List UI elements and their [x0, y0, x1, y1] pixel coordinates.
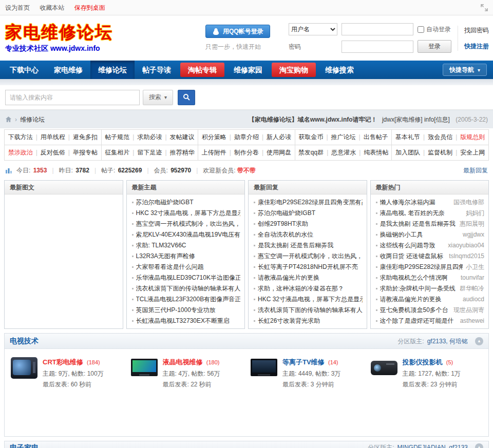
rule-link[interactable]: 避免多扣 — [65, 133, 98, 141]
topic-link[interactable]: 苏泊尔电磁炉烧IGBT — [136, 197, 241, 208]
forum-last-post[interactable]: 最后发表: 22 秒前 — [163, 380, 220, 389]
reply-link[interactable]: 全自动洗衣机的水位 — [258, 229, 363, 240]
nav-item[interactable]: 下载中心 — [2, 61, 46, 79]
rule-link[interactable]: 监督机制 — [420, 149, 452, 156]
hot-topic-link[interactable]: 收两日货 还送键盘鼠标 — [380, 251, 446, 262]
topic-link[interactable]: 乐华液晶电视LED39C710K半边图像正常 — [136, 272, 241, 283]
rule-link[interactable]: 新人必读 — [259, 133, 291, 141]
forum-name-link[interactable]: 等离子TV维修 — [282, 358, 325, 366]
hot-topic-link[interactable]: 亚七免费机顶盒50多个台 — [380, 305, 451, 316]
forum-cell[interactable]: 液晶电视维修 (180) 主题: 4万, 帖数: 56万 最后发表: 22 秒前 — [127, 354, 247, 392]
rule-link[interactable]: 恶意灌水 — [324, 149, 356, 156]
search-button[interactable] — [178, 90, 195, 105]
hot-topic-user[interactable]: xiaoyubiao04 — [448, 240, 484, 251]
rule-link[interactable]: 致会员信 — [420, 133, 452, 141]
rule-link[interactable]: 获取金币 — [298, 133, 323, 141]
rule-link[interactable]: 出售帖子 — [356, 133, 388, 141]
forum-name-link[interactable]: CRT彩电维修 — [43, 358, 83, 366]
hot-topic-user[interactable]: asthewei — [460, 316, 484, 326]
breadcrumb-current[interactable]: 维修论坛 — [20, 115, 45, 124]
quick-nav-button[interactable]: 快捷导航 ▾ — [443, 64, 487, 76]
favorite-link[interactable]: 收藏本站 — [40, 4, 64, 11]
password-input[interactable] — [342, 41, 413, 53]
login-button[interactable]: 登录 — [418, 40, 451, 53]
topic-link[interactable]: 洗衣机滚筒下面的传动轴的轴承坏有人 — [136, 283, 241, 294]
nav-item[interactable]: 维修搜索 — [317, 61, 362, 79]
rule-link[interactable]: 基本礼节 — [395, 133, 420, 141]
rule-link[interactable]: 安全上网 — [452, 149, 485, 156]
rule-link[interactable]: 积分策略 — [202, 133, 226, 141]
reply-link[interactable]: 长虹等离子PT42818NHD开机屏不亮 — [258, 262, 363, 272]
topic-link[interactable]: L32R3A无图有声检修 — [136, 251, 241, 262]
hot-topic-link[interactable]: 是我太挑剔 还是售后糊弄我 — [380, 219, 457, 229]
fullscreen-icon[interactable] — [481, 4, 488, 11]
topic-link[interactable]: 求助: TLM32V66C — [136, 240, 241, 251]
hot-topic-user[interactable]: 国强电修部 — [453, 197, 484, 208]
login-type-select[interactable]: 用户名 — [289, 23, 337, 35]
forum-last-post[interactable]: 最后发表: 3 分钟前 — [282, 380, 340, 389]
rule-link[interactable]: 使用网盘 — [259, 149, 291, 156]
topic-link[interactable]: HKC 32寸液晶电视，屏幕下方总是显示 — [136, 208, 241, 219]
hot-topic-link[interactable]: 换磁钢的小工具 — [380, 229, 460, 240]
collapse-section-button[interactable]: ▲ — [475, 443, 483, 448]
hot-topic-link[interactable]: 这个除了是虚焊还可能是什 — [380, 316, 457, 326]
reply-link[interactable]: 长虹26寸改装背光求助 — [258, 316, 363, 326]
forum-cell[interactable]: 投影仪投影机 (5) 主题: 1727, 帖数: 1万 最后发表: 23 分钟前 — [367, 354, 487, 392]
new-member-link[interactable]: 带不带 — [237, 167, 256, 174]
forum-cell[interactable]: CRT彩电维修 (184) 主题: 9万, 帖数: 100万 最后发表: 60 … — [7, 354, 127, 392]
rule-link[interactable]: 纯表情帖 — [356, 149, 388, 156]
rule-link[interactable]: 举报专帖 — [65, 149, 98, 156]
topic-link[interactable]: 大家帮看看这是什么问题 — [136, 262, 241, 272]
moderators-links[interactable]: MINGDEJIADIAN, gf2133 — [397, 443, 468, 448]
username-input[interactable] — [342, 23, 413, 35]
hot-topic-user[interactable]: 现世品洞寄 — [453, 305, 484, 316]
hot-topic-user[interactable]: tslnqmd2015 — [449, 251, 484, 262]
find-password-link[interactable]: 找回密码 — [464, 26, 489, 35]
rule-link[interactable]: 求助必读 — [129, 133, 162, 141]
site-logo[interactable]: 家电维修论坛 专业技术社区 www.jdwx.info — [5, 22, 134, 54]
hot-topic-user[interactable]: 妈妈们 — [466, 208, 484, 219]
moderators-links[interactable]: gf2133, 何培铭 — [427, 337, 468, 346]
hot-topic-link[interactable]: 懒人修海尔冰箱内漏 — [380, 197, 451, 208]
rule-link[interactable]: 留下足迹 — [129, 149, 162, 156]
reply-link[interactable]: 苏泊尔电磁炉烧IGBT — [258, 208, 363, 219]
section-title[interactable]: 电子家电 — [10, 442, 39, 448]
hot-topic-user[interactable]: 群华帕冷 — [460, 283, 484, 294]
topic-link[interactable]: 长虹液晶电视LT32730EX不断重启 — [136, 316, 241, 326]
nav-item[interactable]: 淘帖专辑 — [180, 63, 224, 77]
rule-link[interactable]: 推荐精华 — [162, 149, 194, 156]
reply-link[interactable]: 惠宝空调一开机模式制冷，吹出热风， — [258, 251, 363, 262]
reply-link[interactable]: HKC 32寸液晶电视，屏幕下方总是显示 — [258, 294, 363, 305]
search-type-dropdown[interactable]: 搜索 ▾ — [143, 90, 173, 105]
hot-topic-link[interactable]: 康佳彩电P29SE282绿屏且四角 — [380, 262, 463, 272]
hot-topic-link[interactable]: 求助於:杂牌机中间一条受线 — [380, 283, 457, 294]
forum-name-link[interactable]: 投影仪投影机 — [403, 358, 443, 366]
rule-link[interactable]: 下载方法 — [8, 133, 33, 141]
reply-link[interactable]: 康佳彩电P29SE282绿屏且四角变黑有高 — [258, 197, 363, 208]
section-title[interactable]: 电视技术 — [10, 336, 39, 346]
nav-item[interactable]: 帖子导读 — [135, 61, 179, 79]
forum-last-post[interactable]: 最后发表: 23 分钟前 — [403, 380, 461, 389]
reply-link[interactable]: 是我太挑剔 还是售后糊弄我 — [258, 240, 363, 251]
rule-link[interactable]: 发帖建议 — [162, 133, 194, 141]
rule-link[interactable]: 推广论坛 — [323, 133, 355, 141]
rule-link[interactable]: 反对低俗 — [33, 149, 65, 156]
nav-item[interactable]: 淘宝购物 — [272, 63, 316, 77]
forum-name-link[interactable]: 液晶电视维修 — [163, 358, 203, 366]
rule-link[interactable]: 版规总则 — [452, 133, 485, 141]
rule-link[interactable]: 制作分卷 — [226, 149, 259, 156]
auto-login-checkbox[interactable] — [418, 26, 424, 33]
hot-topic-link[interactable]: 求助电视机怎么个情况啊 — [380, 272, 458, 283]
hot-topic-user[interactable]: wgjjdwx — [463, 229, 484, 240]
reply-link[interactable]: 请教液晶偏光片的更换 — [258, 272, 363, 283]
qq-login-button[interactable]: 用QQ帐号登录 — [205, 25, 270, 38]
save-desktop-link[interactable]: 保存到桌面 — [74, 4, 105, 11]
hot-topic-link[interactable]: 这些线有么问题导致 — [380, 240, 445, 251]
nav-item[interactable]: 维修论坛 — [90, 61, 135, 79]
hot-topic-link[interactable]: 液晶电视, 老百姓的无奈 — [380, 208, 463, 219]
topic-link[interactable]: 索尼KLV-40EX430液晶电视19V电压有， — [136, 229, 241, 240]
rule-link[interactable]: 禁发qq群 — [298, 149, 324, 156]
rule-link[interactable]: 勋章介绍 — [226, 133, 259, 141]
reply-link[interactable]: 洗衣机滚筒下面的传动轴的轴承坏有人 — [258, 305, 363, 316]
set-home-link[interactable]: 设为首页 — [5, 4, 30, 11]
